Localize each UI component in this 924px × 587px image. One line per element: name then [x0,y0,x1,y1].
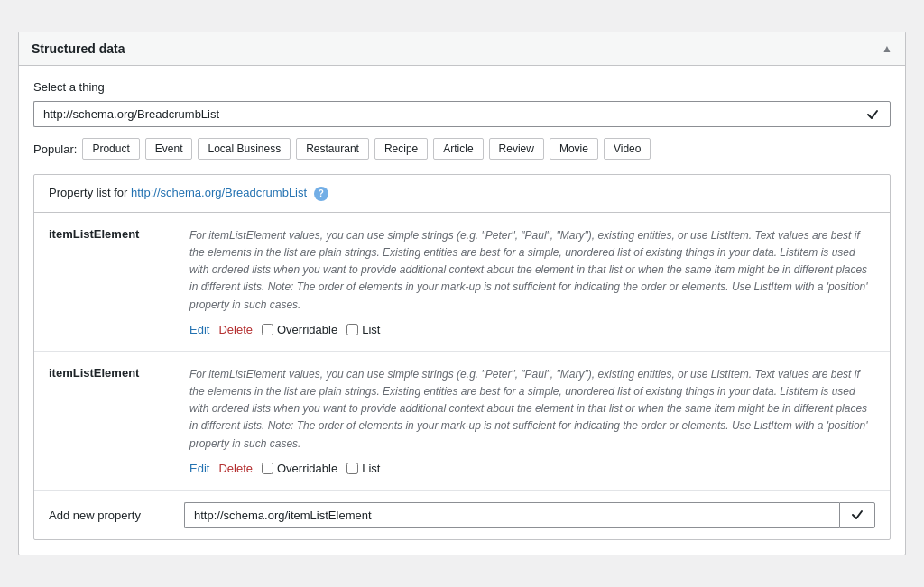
panel-header: Structured data ▲ [19,32,905,66]
popular-btn-product[interactable]: Product [82,138,139,160]
add-property-row: Add new property [34,491,890,539]
property-edit-2[interactable]: Edit [189,462,209,475]
property-name-2: itemListElement [49,366,175,475]
overridable-text-2: Overridable [277,462,337,475]
popular-btn-restaurant[interactable]: Restaurant [296,138,369,160]
property-name-1: itemListElement [49,227,175,336]
property-desc-2: For itemListElement values, you can use … [189,366,875,453]
select-thing-label: Select a thing [33,80,891,94]
overridable-checkbox-2[interactable] [262,463,273,474]
property-list-header: Property list for http://schema.org/Brea… [34,175,890,213]
property-row-2: itemListElement For itemListElement valu… [34,352,890,491]
property-actions-1: Edit Delete Overridable List [189,323,875,336]
property-delete-2[interactable]: Delete [218,462,253,475]
overridable-label-1[interactable]: Overridable [262,323,337,336]
popular-label: Popular: [33,142,77,156]
property-list-label-prefix: Property list for [49,186,131,199]
popular-btn-event[interactable]: Event [145,138,193,160]
popular-row: Popular: Product Event Local Business Re… [33,138,891,160]
property-delete-1[interactable]: Delete [218,323,253,336]
property-content-2: For itemListElement values, you can use … [189,366,875,475]
collapse-icon[interactable]: ▲ [882,42,892,55]
list-label-1[interactable]: List [346,323,380,336]
add-property-confirm-button[interactable] [839,502,875,528]
schema-url-confirm-button[interactable] [855,101,891,127]
structured-data-panel: Structured data ▲ Select a thing Popular… [18,32,906,555]
popular-btn-local-business[interactable]: Local Business [198,138,291,160]
select-thing-row [33,101,891,127]
list-text-2: List [362,462,380,475]
panel-body: Select a thing Popular: Product Event Lo… [19,66,905,554]
overridable-checkbox-1[interactable] [262,324,273,335]
list-label-2[interactable]: List [346,462,380,475]
popular-btn-review[interactable]: Review [489,138,544,160]
property-row-1: itemListElement For itemListElement valu… [34,213,890,352]
property-actions-2: Edit Delete Overridable List [189,462,875,475]
list-checkbox-1[interactable] [346,324,358,335]
add-property-input-row [184,502,875,528]
schema-url-input[interactable] [33,101,855,127]
popular-btn-movie[interactable]: Movie [550,138,598,160]
property-content-1: For itemListElement values, you can use … [189,227,875,336]
property-edit-1[interactable]: Edit [189,323,209,336]
overridable-label-2[interactable]: Overridable [262,462,337,475]
panel-title: Structured data [32,41,125,56]
property-desc-1: For itemListElement values, you can use … [189,227,875,314]
add-property-label: Add new property [49,509,175,522]
add-property-input[interactable] [184,502,839,528]
popular-btn-recipe[interactable]: Recipe [374,138,428,160]
popular-btn-article[interactable]: Article [433,138,483,160]
list-checkbox-2[interactable] [346,463,358,474]
popular-btn-video[interactable]: Video [604,138,651,160]
list-text-1: List [362,323,380,336]
overridable-text-1: Overridable [277,323,337,336]
property-list-panel: Property list for http://schema.org/Brea… [33,174,891,539]
help-icon[interactable]: ? [314,187,328,201]
property-list-schema-link[interactable]: http://schema.org/BreadcrumbList [131,186,307,199]
